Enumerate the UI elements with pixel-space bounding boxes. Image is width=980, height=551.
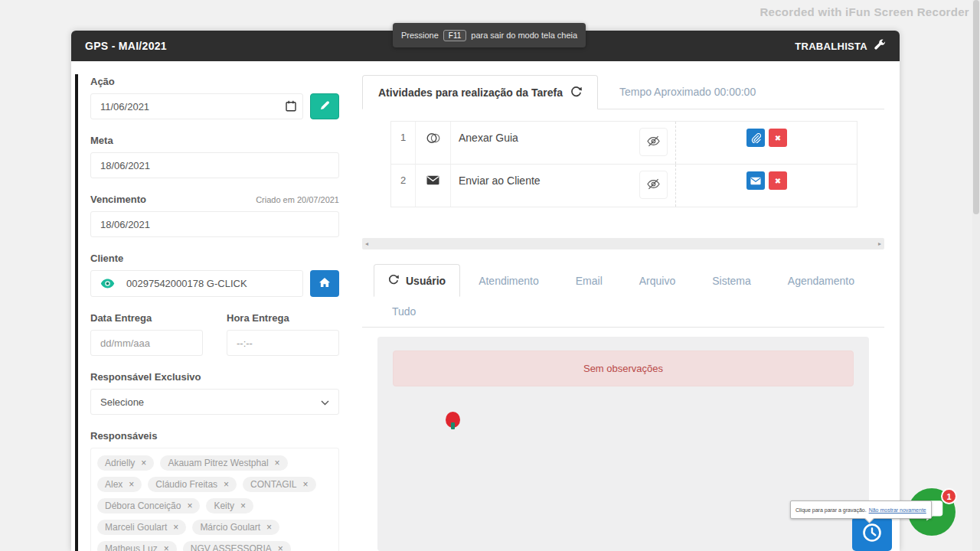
cursor-highlight-dot	[446, 412, 460, 428]
task-modal: GPS - MAI/2021 TRABALHISTA Ação Meta	[71, 31, 900, 551]
calendar-icon[interactable]	[286, 100, 296, 115]
activities-tabbar: Atividades para realização da Tarefa Tem…	[362, 75, 884, 109]
remove-tag-icon[interactable]: ×	[141, 458, 146, 468]
activities-horizontal-scrollbar[interactable]: ◂ ▸	[362, 238, 884, 249]
client-home-button[interactable]	[310, 270, 339, 297]
tab-label: Atendimento	[479, 275, 539, 287]
responsavel-exclusivo-group: Responsável Exclusivo Selecione	[90, 371, 339, 415]
scroll-left-arrow-icon[interactable]: ◂	[365, 240, 368, 247]
tab-arquivo[interactable]: Arquivo	[621, 266, 694, 296]
acao-group: Ação	[90, 76, 339, 119]
tab-email[interactable]: Email	[557, 266, 621, 296]
meta-label: Meta	[90, 135, 339, 146]
tab-label: Tudo	[392, 305, 416, 318]
tag-label: Akauam Pitrez Westphal	[168, 458, 268, 468]
responsaveis-tags: Adrielly × Akauam Pitrez Westphal × Alex…	[90, 448, 339, 551]
tab-atendimento[interactable]: Atendimento	[460, 266, 557, 296]
remove-tag-icon[interactable]: ×	[275, 458, 280, 468]
remove-tag-icon[interactable]: ×	[240, 500, 246, 511]
remove-tag-icon[interactable]: ×	[303, 479, 309, 490]
activity-row: 1 Anexar Guia ✖	[391, 122, 857, 165]
cliente-input[interactable]	[123, 271, 302, 296]
hora-entrega-label: Hora Entrega	[227, 312, 339, 324]
responsavel-tag: NGV ASSESSORIA ×	[183, 541, 291, 551]
tab-agendamento[interactable]: Agendamento	[769, 266, 873, 296]
responsaveis-group: Responsáveis Adrielly × Akauam Pitrez We…	[90, 430, 339, 551]
left-edge-stripe	[75, 74, 78, 551]
remove-tag-icon[interactable]: ×	[266, 522, 272, 533]
view-client-eye-icon[interactable]	[91, 271, 123, 296]
observations-panel: Sem observações	[377, 337, 869, 551]
modal-title: GPS - MAI/2021	[85, 40, 167, 52]
data-entrega-label: Data Entrega	[90, 312, 203, 324]
toggle-visibility-button[interactable]	[639, 128, 668, 156]
responsavel-tag: Matheus Luz ×	[97, 541, 177, 551]
history-tab-row-2: Tudo	[374, 296, 884, 327]
activity-title: Enviar ao Cliente	[459, 174, 541, 187]
scrollbar-thumb[interactable]	[973, 0, 979, 214]
acao-date-input[interactable]	[90, 93, 303, 119]
notification-badge: 1	[941, 488, 957, 504]
tag-label: Débora Conceição	[105, 500, 181, 511]
vencimento-input[interactable]	[90, 211, 339, 237]
task-form: Ação Meta Vencimento Criado em 20/07/202…	[90, 76, 339, 551]
envelope-action-button[interactable]	[746, 171, 765, 190]
tag-label: CONTAGIL	[250, 479, 296, 490]
envelope-icon	[426, 174, 439, 207]
tab-usuário[interactable]: Usuário	[374, 264, 460, 297]
activity-title: Anexar Guia	[459, 132, 518, 144]
responsaveis-label: Responsáveis	[90, 430, 339, 442]
responsavel-tag: CONTAGIL ×	[243, 477, 315, 492]
activity-number: 1	[391, 122, 416, 164]
select-value: Selecione	[100, 396, 144, 408]
edit-date-button[interactable]	[310, 93, 339, 119]
tab-sistema[interactable]: Sistema	[694, 266, 769, 296]
home-icon	[319, 278, 330, 289]
tag-label: Alex	[105, 479, 122, 490]
dont-show-again-link[interactable]: Não mostrar novamente	[869, 507, 926, 513]
attachment-icon	[426, 132, 441, 164]
fullscreen-toast: Pressione F11 para sair do modo tela che…	[393, 23, 586, 47]
responsavel-exclusivo-label: Responsável Exclusivo	[90, 371, 339, 383]
responsavel-tag: Keity ×	[206, 498, 253, 514]
remove-tag-icon[interactable]: ×	[224, 479, 229, 490]
remove-tag-icon[interactable]: ×	[187, 500, 192, 511]
tag-label: Marceli Goulart	[105, 522, 167, 533]
scroll-right-arrow-icon[interactable]: ▸	[878, 240, 881, 247]
clock-icon	[861, 521, 884, 547]
tab-label: Sistema	[712, 275, 751, 287]
tab-tempo-aproximado[interactable]: Tempo Aproximado 00:00:00	[598, 75, 777, 109]
tab-atividades[interactable]: Atividades para realização da Tarefa	[362, 75, 598, 109]
toast-prefix: Pressione	[401, 31, 439, 40]
stop-recording-button[interactable]	[852, 517, 892, 551]
tab-label: Usuário	[406, 275, 446, 287]
tab-tudo[interactable]: Tudo	[374, 296, 434, 327]
remove-tag-icon[interactable]: ×	[278, 543, 283, 551]
category-label: TRABALHISTA	[795, 41, 867, 52]
responsavel-exclusivo-select[interactable]: Selecione	[90, 389, 339, 415]
empty-observations-alert: Sem observações	[393, 350, 854, 386]
responsavel-tag: Akauam Pitrez Westphal ×	[160, 455, 287, 471]
delete-activity-button[interactable]: ✖	[769, 129, 787, 147]
paperclip-action-button[interactable]	[746, 129, 765, 147]
responsavel-tag: Cláudio Freitas ×	[148, 477, 237, 492]
responsavel-tag: Alex ×	[97, 477, 142, 492]
f11-key: F11	[443, 30, 467, 41]
remove-tag-icon[interactable]: ×	[129, 479, 134, 490]
pencil-icon	[320, 100, 330, 112]
browser-vertical-scrollbar[interactable]	[972, 0, 980, 551]
category-badge[interactable]: TRABALHISTA	[795, 39, 886, 53]
delete-activity-button[interactable]: ✖	[769, 171, 787, 190]
refresh-icon[interactable]	[570, 86, 582, 99]
responsavel-tag: Adrielly ×	[97, 455, 154, 471]
remove-tag-icon[interactable]: ×	[173, 522, 178, 533]
data-entrega-input[interactable]	[90, 330, 203, 356]
remove-tag-icon[interactable]: ×	[164, 543, 169, 551]
tooltip-text: Clique para parar a gravação.	[795, 507, 867, 513]
toggle-visibility-button[interactable]	[639, 171, 668, 199]
hora-entrega-input[interactable]	[227, 330, 339, 356]
meta-input[interactable]	[90, 152, 339, 178]
tag-label: Adrielly	[105, 458, 135, 468]
activity-number: 2	[391, 165, 416, 207]
wrench-icon	[874, 39, 886, 53]
